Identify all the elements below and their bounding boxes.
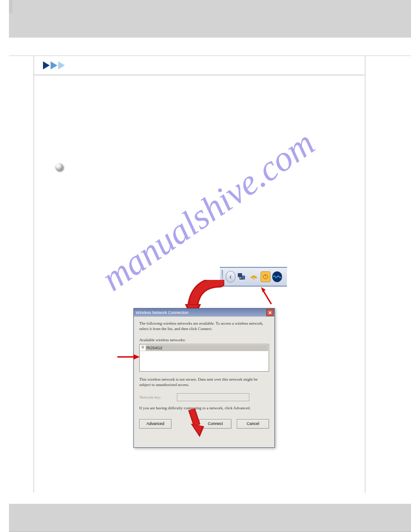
page-content: manualshive.com ‹ — [34, 56, 364, 491]
watermark-text: manualshive.com — [94, 122, 322, 299]
network-key-input — [177, 393, 249, 401]
available-networks-label: Available wireless networks: — [139, 338, 269, 342]
cancel-button-label: Cancel — [247, 421, 259, 426]
dialog-help-text: If you are having difficulty connecting … — [139, 406, 269, 410]
network-lock-icon — [140, 345, 146, 351]
cancel-button[interactable]: Cancel — [237, 419, 269, 429]
advanced-button-label: Advanced — [146, 421, 164, 426]
wireless-dialog: Wireless Network Connection ✕ The follow… — [133, 308, 275, 448]
advanced-button[interactable]: Advanced — [139, 419, 171, 429]
dialog-intro-text: The following wireless networks are avai… — [139, 321, 269, 331]
network-item-label: RG54G2 — [146, 346, 163, 350]
svg-marker-12 — [133, 354, 140, 360]
close-button[interactable]: ✕ — [266, 309, 274, 316]
svg-point-4 — [253, 278, 255, 279]
networks-listbox[interactable]: RG54G2 — [139, 344, 269, 372]
tray-back-button[interactable]: ‹ — [226, 272, 235, 282]
connect-button-label: Connect — [208, 421, 223, 426]
dialog-title: Wireless Network Connection — [136, 310, 188, 315]
content-container: manualshive.com ‹ — [9, 56, 411, 493]
arrow-dark-icon — [43, 61, 50, 69]
dialog-titlebar: Wireless Network Connection ✕ — [134, 309, 274, 317]
svg-marker-8 — [261, 287, 265, 292]
section-marker — [34, 56, 364, 75]
close-icon: ✕ — [268, 310, 272, 315]
annotation-arrow-connect — [186, 408, 204, 442]
column-divider-right — [365, 56, 365, 493]
arrow-mid-icon — [51, 61, 57, 69]
network-key-label: Network key: — [139, 395, 177, 399]
annotation-arrow-list — [117, 353, 140, 362]
arrow-light-icon — [58, 61, 65, 69]
svg-rect-1 — [241, 276, 244, 279]
wireless-signal-icon[interactable] — [249, 272, 259, 282]
annotation-arrow-tray — [260, 287, 274, 307]
header-accent — [9, 0, 13, 13]
oscilloscope-icon[interactable] — [272, 272, 282, 282]
power-icon[interactable] — [261, 272, 270, 282]
system-tray: ‹ — [220, 267, 287, 287]
network-item[interactable]: RG54G2 — [140, 345, 268, 351]
footer-bar — [9, 504, 411, 532]
header-bar — [9, 0, 411, 38]
bullet-orb-icon — [55, 163, 63, 171]
network-icon[interactable] — [237, 272, 247, 282]
security-warning-text: This wireless network is not secure. Dat… — [139, 377, 269, 387]
